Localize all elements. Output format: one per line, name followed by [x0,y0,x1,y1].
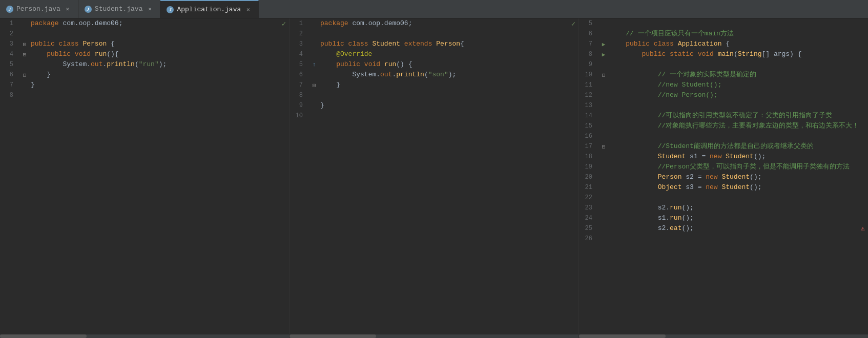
code-line: //对象能执行哪些方法，主要看对象左边的类型，和右边关系不大！ [608,121,858,131]
error-icon: ⚠ [861,224,865,233]
line-number: 5 [579,18,595,29]
code-line [608,100,858,111]
gutter-cell [858,141,868,152]
check-icon: ✓ [571,19,575,28]
gutter-cell [858,70,868,80]
code-line: public static void main(String[] args) { [608,49,858,59]
fold-icon[interactable]: ⊟ [23,41,27,48]
gutter-cell: ⚠ [858,223,868,234]
gutter-right-application-pane: ⚠ [858,18,868,334]
code-content-application-pane[interactable]: // 一个项目应该只有一个main方法 public class Applica… [608,18,858,334]
line-number: 23 [579,203,595,213]
run-arrow-icon[interactable]: ▶ [602,41,606,48]
line-number: 10 [579,70,595,80]
gutter-cell [858,152,868,162]
line-number: 4 [0,49,16,59]
gutter-cell [279,39,289,49]
line-number: 21 [579,182,595,193]
line-number: 8 [290,90,306,100]
code-line: } [318,100,568,111]
line-number: 24 [579,213,595,223]
tab-close-application[interactable]: ✕ [244,6,252,14]
code-line: s2.eat(); [608,223,858,234]
code-line: s1.run(); [608,213,858,223]
line-number: 7 [0,80,16,90]
fold-end-icon[interactable]: ⊟ [23,72,27,78]
code-line: public class Person { [29,39,279,49]
code-line: @Override [318,49,568,59]
code-line: Person s2 = new Student(); [608,172,858,182]
editors: 12345678⊟⊟⊟package com.oop.demo06; publi… [0,18,868,338]
code-line: } [29,70,279,80]
scroll-bar-student-pane[interactable] [290,334,578,338]
line-number: 2 [0,29,16,39]
line-number: 14 [579,111,595,121]
gutter-cell [858,172,868,182]
gutter-cell [858,182,868,193]
code-line: public void run() { [318,59,568,70]
line-number: 20 [579,172,595,182]
line-number: 17 [579,141,595,152]
code-line [608,234,858,244]
line-number: 8 [0,90,16,100]
code-content-student-pane[interactable]: package com.oop.demo06; public class Stu… [318,18,568,334]
code-line: //Person父类型，可以指向子类，但是不能调用子类独有的方法 [608,162,858,172]
fold-end-icon[interactable]: ⊟ [602,143,606,150]
line-number: 1 [0,18,16,29]
code-line [318,111,568,121]
line-number: 7 [290,80,306,90]
line-number: 18 [579,152,595,162]
fold-icon[interactable]: ⊟ [23,51,27,58]
tab-student[interactable]: J Student.java ✕ [78,0,161,18]
fold-end-icon[interactable]: ⊟ [602,72,606,78]
scroll-bar-application-pane[interactable] [579,334,868,338]
code-content-person-pane[interactable]: package com.oop.demo06; public class Per… [29,18,279,334]
code-line: System.out.println("son"); [318,70,568,80]
tab-person[interactable]: J Person.java ✕ [0,0,78,18]
scroll-thumb-student-pane[interactable] [290,334,376,338]
line-number: 16 [579,131,595,141]
scroll-thumb-application-pane[interactable] [579,334,666,338]
code-line [29,29,279,39]
tab-application[interactable]: J Application.java ✕ [160,0,259,18]
check-icon: ✓ [282,19,286,28]
code-line: public class Student extends Person{ [318,39,568,49]
gutter-cell [858,29,868,39]
line-number: 13 [579,100,595,111]
line-numbers-person-pane: 12345678 [0,18,20,334]
gutter-cell [858,203,868,213]
scroll-bar-person-pane[interactable] [0,334,289,338]
gutter-cell [858,121,868,131]
gutter-cell [279,80,289,90]
run-arrow-icon[interactable]: ▶ [602,51,606,58]
editor-pane-application-pane: 567891011121314151617181920212223242526▶… [579,18,868,338]
code-line: // 一个项目应该只有一个main方法 [608,29,858,39]
tab-bar: J Person.java ✕ J Student.java ✕ J Appli… [0,0,868,18]
tab-close-person[interactable]: ✕ [64,5,72,13]
tab-label-application: Application.java [177,6,241,13]
gutter-cell [279,70,289,80]
line-number: 9 [579,59,595,70]
code-line: // 一个对象的实际类型是确定的 [608,70,858,80]
tab-icon-person: J [6,6,13,13]
tab-label-student: Student.java [95,5,143,13]
scroll-thumb-person-pane[interactable] [0,334,87,338]
code-line [608,193,858,203]
fold-end-icon[interactable]: ⊟ [313,82,316,89]
gutter-cell [568,59,578,70]
code-line: Object s3 = new Student(); [608,182,858,193]
code-line: //new Person(); [608,90,858,100]
tab-label-person: Person.java [16,5,60,13]
code-line: //Student能调用的方法都是自己的或者继承父类的 [608,141,858,152]
line-number: 22 [579,193,595,203]
gutter-cell [568,39,578,49]
code-line: //new Student(); [608,80,858,90]
gutter-cell [858,59,868,70]
code-line: package com.oop.demo06; [29,18,279,29]
tab-close-student[interactable]: ✕ [146,5,154,13]
override-icon[interactable]: ↑ [313,61,316,68]
gutter-cell [858,100,868,111]
line-number: 12 [579,90,595,100]
code-line: s2.run(); [608,203,858,213]
code-line [29,90,279,100]
